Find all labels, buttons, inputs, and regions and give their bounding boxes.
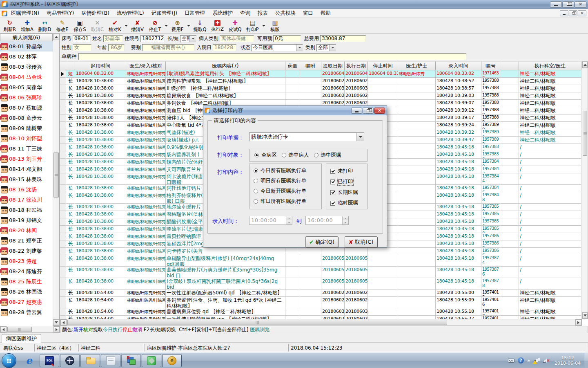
toolbar-button-打印P[interactable]: ▤打印P [244, 18, 261, 33]
show-hidden-icons-button[interactable] [527, 359, 530, 361]
time-to-spinner[interactable]: 16:00:00 [305, 216, 349, 225]
spin-up-button[interactable] [286, 216, 292, 220]
toolbar-dropdown-费用F[interactable] [186, 18, 191, 33]
dialog-minimize-button[interactable] [351, 108, 362, 114]
spin-down-button[interactable] [343, 220, 348, 224]
file-explorer-icon[interactable] [80, 354, 100, 367]
radio-icon[interactable] [254, 199, 258, 204]
print-filter-option-0[interactable]: 未打印 [330, 168, 367, 175]
sidebar-horizontal-scrollbar[interactable] [0, 326, 60, 333]
toolbar-button-撤消V[interactable]: ✘撤消V [129, 18, 146, 33]
menu-item-1[interactable]: 药品管理(Y) [43, 9, 78, 18]
order-row-29[interactable]: 长180428 10:54:00林昭敏/叶陈秀/叶陈秀鼻饲管置管[注食、注药、加… [60, 297, 582, 308]
patient-list-item-08-15[interactable]: 08-15 林美珠 [0, 174, 53, 184]
sidebar-vertical-scrollbar[interactable] [53, 34, 60, 326]
grid-horizontal-scrollbar[interactable] [60, 319, 582, 326]
patient-list-item-08-27[interactable]: 08-27 赵英惠 [0, 297, 53, 307]
patient-list-item-08-23[interactable]: 08-23 侍超 [0, 256, 53, 266]
toolbar-button-刷新R[interactable]: ↻刷新R [1, 18, 18, 33]
notepad-icon[interactable] [101, 354, 120, 367]
menu-item-9[interactable]: 公共模块 [272, 9, 299, 18]
his-app-icon[interactable]: ¥ [162, 354, 182, 367]
patient-list-item-08-16[interactable]: 08-16 沈扬 [0, 184, 53, 195]
order-row-3[interactable]: 长180428 10:38:00林昭敏/林昭敏/叶陈秀II 级护理 [神经二科/… [60, 85, 582, 92]
start-button[interactable] [2, 353, 16, 368]
patient-list-item-08-07[interactable]: 08-07 蔡如源 [0, 103, 53, 113]
radio-icon[interactable] [282, 153, 286, 157]
window-close-button[interactable]: ✕ [575, 1, 586, 8]
patient-list-item-08-25[interactable]: 08-25 陈辰生 [0, 276, 53, 287]
order-row-26[interactable]: 长180428 10:38:00林昭敏/林昭敏/叶陈秀曲美他嗪缓释片(万爽力缓释… [60, 267, 582, 278]
status-combobox[interactable]: 今日医嘱 [252, 44, 303, 52]
column-header-医生/录入/核对[interactable]: 医生/录入/核对 [126, 61, 166, 70]
dialog-close-button[interactable]: ✕ [374, 108, 385, 114]
toolbar-button-停止T[interactable]: ⊘停止T [146, 18, 164, 33]
column-header-ind[interactable] [60, 61, 66, 70]
patient-list-item-08-05[interactable]: 08-05 周葆华 [0, 82, 53, 92]
volume-muted-tray-icon[interactable]: × [543, 358, 550, 363]
help-tray-icon[interactable]: ? [518, 357, 524, 364]
keyboard-tray-icon[interactable] [508, 359, 514, 363]
patient-list-item-08-11[interactable]: 08-11 丁三妹 [0, 144, 53, 154]
toolbar-button-增加A[interactable]: ✚增加A [18, 18, 36, 33]
toolbar-button-皮试Q[interactable]: ✚皮试Q [226, 18, 244, 33]
toolbar-button-核对K[interactable]: ✔核对K [106, 18, 124, 33]
column-header-cx[interactable] [66, 61, 75, 70]
patient-list-item-08-17[interactable]: 08-17 徐汝川 [0, 195, 53, 205]
order-row-1[interactable]: 短180604 08:32:00林昭敏/叶陈秀/叶陈秀(取消)胰岛素注射笔用针头… [60, 70, 582, 78]
menu-item-10[interactable]: 窗口 [299, 9, 317, 18]
checkbox-icon[interactable] [330, 201, 335, 206]
menu-item-3[interactable]: 流动管理(L) [113, 9, 148, 18]
column-header-医嘱内容(7)[interactable]: 医嘱内容(7) [166, 61, 285, 70]
network-tray-icon[interactable] [534, 358, 540, 363]
print-target-option-2[interactable]: 选中医嘱 [314, 152, 341, 159]
patient-list-item-08-13[interactable]: 08-13 刘玉芳 [0, 154, 53, 164]
spin-down-button[interactable] [286, 220, 292, 224]
dialog-restore-button[interactable] [363, 108, 374, 114]
chevron-down-icon[interactable] [329, 45, 336, 51]
single-disease-field[interactable] [78, 53, 466, 60]
menu-item-6[interactable]: 系统维护 [209, 9, 236, 18]
print-filter-option-2[interactable]: 长期医嘱 [330, 189, 367, 196]
column-header-执行日期[interactable]: 执行日期 [345, 61, 368, 70]
cancel-button[interactable]: ✘ 取消(C) [345, 236, 377, 247]
sql-tool-icon[interactable]: SQL [40, 354, 59, 367]
patient-list-item-08-09[interactable]: 08-09 陆树荣 [0, 123, 53, 133]
print-target-option-0[interactable]: 全病区 [254, 152, 277, 159]
print-content-option-1[interactable]: 明日所有医嘱执行单 [254, 177, 321, 184]
show-desktop-button[interactable] [584, 353, 588, 368]
menu-item-5[interactable]: 日常管理 [181, 9, 209, 18]
patient-list-item-08-18[interactable]: 08-18 程民福 [0, 205, 53, 215]
scroll-up-button[interactable] [582, 62, 588, 68]
patient-list-item-08-26[interactable]: 08-26 林国强 [0, 287, 53, 297]
category-combobox[interactable]: 全部 [316, 44, 336, 52]
order-row-31[interactable]: 长180428 10:54:00林昭敏/叶陈秀/叶陈秀一次性使用除菌吸氧管 qw… [60, 316, 582, 319]
compass-app-icon[interactable] [60, 354, 80, 367]
spin-up-button[interactable] [343, 216, 348, 220]
scroll-right-button[interactable] [53, 326, 60, 332]
scrollbar-thumb[interactable] [583, 111, 587, 156]
patient-list-item-08-14[interactable]: 08-14 邓文韶 [0, 164, 53, 174]
menu-item-0[interactable]: 医嘱管理(N) [7, 9, 43, 18]
longshort-combobox[interactable]: 全部 [180, 35, 196, 43]
patient-list-item-08-01[interactable]: 08-01 孙晶华 [0, 41, 53, 52]
column-header-执行科室/医生[interactable]: 执行科室/医生 [519, 61, 581, 70]
order-row-2[interactable]: 长180428 10:38:00林昭敏/林昭敏/叶陈秀按内科护理常规 [神经二科… [60, 78, 582, 85]
print-content-option-2[interactable]: 今日新开医嘱执行单 [254, 188, 321, 195]
menu-item-2[interactable]: 病情处理(B) [78, 9, 113, 18]
column-header-嘱咐[interactable]: 嘱咐 [300, 61, 321, 70]
scroll-down-button[interactable] [53, 319, 59, 325]
patient-list-item-08-24[interactable]: 08-24 陈迪芬 [0, 266, 53, 276]
scrollbar-thumb[interactable] [7, 327, 32, 332]
patient-list-item-08-28[interactable]: 08-28 曾云翼 [0, 307, 53, 317]
patient-list-item-08-02[interactable]: 08-02 林萍 [0, 52, 53, 62]
scroll-left-button[interactable] [0, 326, 7, 332]
remote-app-icon[interactable]: R [121, 354, 141, 367]
ok-button[interactable]: ✔ 确定(Q) [305, 236, 338, 247]
mdi-minimize-button[interactable] [560, 10, 568, 16]
chevron-down-icon[interactable] [189, 36, 196, 42]
chevron-down-icon[interactable] [356, 133, 364, 141]
scrollbar-thumb[interactable] [53, 153, 59, 197]
patient-list-item-08-03[interactable]: 08-03 张传兴 [0, 62, 53, 72]
grid-vertical-scrollbar[interactable] [582, 61, 588, 319]
